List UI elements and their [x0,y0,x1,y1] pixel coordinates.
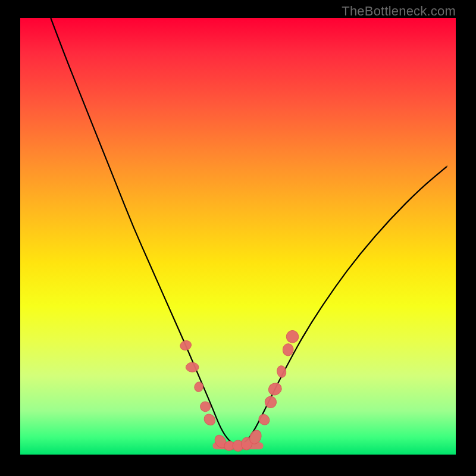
blob-marker [267,381,283,397]
plot-svg [20,18,456,455]
curve-layer [51,18,447,445]
bottleneck-curve [51,18,447,445]
chart-frame: TheBottleneck.com [0,0,476,476]
plot-area [20,18,456,455]
blob-marker [276,365,287,378]
blob-marker [179,340,192,352]
watermark-text: TheBottleneck.com [342,4,456,19]
blob-marker [193,381,204,393]
blob-cluster [179,329,300,452]
blob-marker [186,362,199,372]
blob-marker [282,343,294,356]
blob-marker [256,412,271,427]
blob-marker [284,329,300,345]
